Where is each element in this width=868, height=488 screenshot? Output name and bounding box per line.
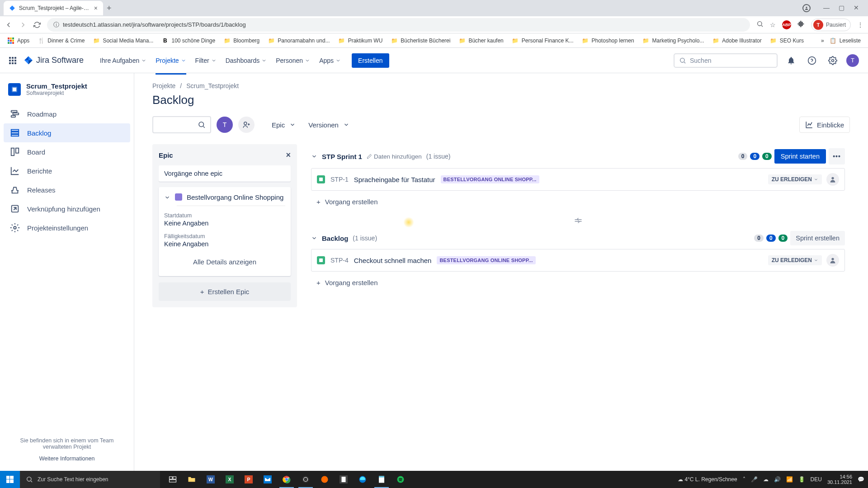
- breadcrumb-projects[interactable]: Projekte: [152, 82, 175, 89]
- issue-key[interactable]: STP-4: [330, 257, 349, 264]
- browser-tab[interactable]: Scrum_Testprojekt – Agile-Board ×: [4, 1, 103, 15]
- help-icon[interactable]: [805, 53, 819, 68]
- bookmark-item[interactable]: 📁Bücherliste Bücherei: [388, 35, 453, 46]
- tab-close-icon[interactable]: ×: [94, 5, 98, 12]
- assignee-unassigned[interactable]: [826, 173, 839, 186]
- epic-filter[interactable]: Epic: [268, 118, 299, 131]
- settings-icon[interactable]: [826, 53, 840, 68]
- sidebar-item-roadmap[interactable]: Roadmap: [4, 104, 130, 123]
- user-avatar[interactable]: T: [846, 54, 859, 67]
- sidebar-footer-link[interactable]: Weitere Informationen: [13, 455, 121, 462]
- abp-extension-icon[interactable]: ABP: [782, 20, 791, 29]
- insights-button[interactable]: Einblicke: [799, 117, 850, 133]
- edge-icon[interactable]: [354, 471, 372, 488]
- app-switcher-icon[interactable]: [9, 57, 16, 64]
- epic-lozenge[interactable]: BESTELLVORGANG ONLINE SHOPP...: [437, 256, 535, 264]
- notepad-icon[interactable]: [373, 471, 391, 488]
- tray-mic-icon[interactable]: 🎤: [751, 476, 758, 483]
- sprint-name[interactable]: STP Sprint 1: [322, 153, 362, 160]
- chrome-icon[interactable]: [278, 471, 296, 488]
- word-icon[interactable]: W: [202, 471, 220, 488]
- breadcrumb-project[interactable]: Scrum_Testprojekt: [186, 82, 239, 89]
- forward-button[interactable]: [19, 21, 27, 29]
- nav-filters[interactable]: Filter: [192, 54, 220, 67]
- chrome-profile-icon[interactable]: [802, 4, 811, 12]
- tray-language[interactable]: DEU: [811, 476, 822, 483]
- add-people-button[interactable]: [238, 117, 255, 133]
- bookmark-item[interactable]: 📁SEO Kurs: [767, 35, 807, 46]
- spotify-icon[interactable]: [392, 471, 410, 488]
- tray-volume-icon[interactable]: 🔊: [774, 476, 781, 483]
- weather-widget[interactable]: ☁ 4°C L. Regen/Schnee: [678, 476, 737, 483]
- maximize-icon[interactable]: ▢: [839, 4, 844, 12]
- extensions-icon[interactable]: [797, 20, 805, 29]
- reading-list[interactable]: 📋Leseliste: [827, 35, 863, 46]
- zoom-icon[interactable]: [756, 20, 764, 29]
- back-button[interactable]: [5, 21, 13, 29]
- bookmark-item[interactable]: 📁Social Media Mana...: [90, 35, 156, 46]
- issue-key[interactable]: STP-1: [330, 176, 349, 183]
- nav-people[interactable]: Personen: [272, 54, 314, 67]
- bookmark-item[interactable]: B100 schöne Dinge: [159, 35, 218, 46]
- app-icon[interactable]: [335, 471, 353, 488]
- sprint-more-button[interactable]: •••: [829, 148, 845, 164]
- nav-your-work[interactable]: Ihre Aufgaben: [96, 54, 150, 67]
- bookmark-item[interactable]: 📁Personal Finance K...: [509, 35, 576, 46]
- tray-chevron-icon[interactable]: ˄: [743, 476, 745, 483]
- file-explorer-icon[interactable]: [183, 471, 201, 488]
- tray-wifi-icon[interactable]: 📶: [786, 476, 793, 483]
- bookmark-item[interactable]: 📁Praktikum WU: [335, 35, 386, 46]
- sidebar-item-settings[interactable]: Projekteinstellungen: [4, 218, 130, 237]
- taskbar-clock[interactable]: 14:56 30.11.2021: [827, 474, 852, 485]
- create-issue-button[interactable]: +Vorgang erstellen: [311, 193, 845, 210]
- close-window-icon[interactable]: ✕: [854, 4, 859, 12]
- nav-projects[interactable]: Projekte: [152, 54, 189, 67]
- chrome-menu-icon[interactable]: ⋮: [857, 21, 863, 28]
- project-header[interactable]: Scrum_Testprojekt Softwareprojekt: [4, 82, 130, 104]
- nav-apps[interactable]: Apps: [316, 54, 344, 67]
- bookmark-item[interactable]: 📁Adobe Illustrator: [709, 35, 764, 46]
- tray-battery-icon[interactable]: 🔋: [798, 476, 805, 483]
- create-button[interactable]: Erstellen: [352, 53, 389, 68]
- minimize-icon[interactable]: —: [823, 4, 830, 12]
- nav-dashboards[interactable]: Dashboards: [222, 54, 271, 67]
- bookmark-item[interactable]: 📁Bloomberg: [221, 35, 262, 46]
- create-issue-button[interactable]: +Vorgang erstellen: [311, 274, 845, 291]
- search-input[interactable]: Suchen: [674, 53, 778, 68]
- issue-row[interactable]: STP-4 Checkout schnell machen BESTELLVOR…: [311, 249, 845, 272]
- bookmark-item[interactable]: 📁Bücher kaufen: [456, 35, 506, 46]
- assignee-unassigned[interactable]: [826, 254, 839, 267]
- assignee-filter-me[interactable]: T: [217, 117, 233, 133]
- sidebar-item-reports[interactable]: Berichte: [4, 161, 130, 180]
- sidebar-item-board[interactable]: Board: [4, 142, 130, 161]
- bookmark-item[interactable]: 📁Marketing Psycholo...: [640, 35, 707, 46]
- sidebar-item-add-link[interactable]: Verknüpfung hinzufügen: [4, 199, 130, 218]
- jira-logo[interactable]: Jira Software: [24, 56, 84, 66]
- versions-filter[interactable]: Versionen: [305, 118, 353, 131]
- epic-lozenge[interactable]: BESTELLVORGANG ONLINE SHOPP...: [441, 175, 539, 183]
- bookmark-item[interactable]: 🍴Dinner & Crime: [35, 35, 87, 46]
- url-field[interactable]: ⓘ testdeutsch1.atlassian.net/jira/softwa…: [47, 18, 750, 32]
- issue-status[interactable]: ZU ERLEDIGEN: [768, 174, 822, 184]
- site-info-icon[interactable]: ⓘ: [53, 21, 59, 29]
- excel-icon[interactable]: X: [221, 471, 239, 488]
- bookmark-star-icon[interactable]: ☆: [770, 21, 776, 28]
- view-details-button[interactable]: Alle Details anzeigen: [164, 253, 285, 271]
- task-view-icon[interactable]: [164, 471, 182, 488]
- new-tab-button[interactable]: +: [107, 4, 112, 13]
- epic-card[interactable]: Bestellvorgang Online Shopping Startdatu…: [159, 187, 291, 276]
- start-button[interactable]: [0, 471, 20, 488]
- obs-icon[interactable]: [297, 471, 315, 488]
- bookmark-item[interactable]: 📁Photoshop lernen: [579, 35, 637, 46]
- taskbar-search[interactable]: Zur Suche Text hier eingeben: [20, 471, 160, 488]
- create-sprint-button[interactable]: Sprint erstellen: [790, 231, 845, 245]
- chevron-down-icon[interactable]: [311, 153, 317, 160]
- chevron-down-icon[interactable]: [311, 235, 317, 241]
- resize-handle[interactable]: [306, 214, 850, 227]
- notifications-icon[interactable]: [784, 53, 798, 68]
- start-sprint-button[interactable]: Sprint starten: [774, 149, 826, 164]
- issue-status[interactable]: ZU ERLEDIGEN: [768, 255, 822, 265]
- sidebar-item-backlog[interactable]: Backlog: [4, 123, 130, 142]
- reload-button[interactable]: [33, 21, 41, 28]
- bookmark-item[interactable]: 📁Panoramabahn und...: [265, 35, 332, 46]
